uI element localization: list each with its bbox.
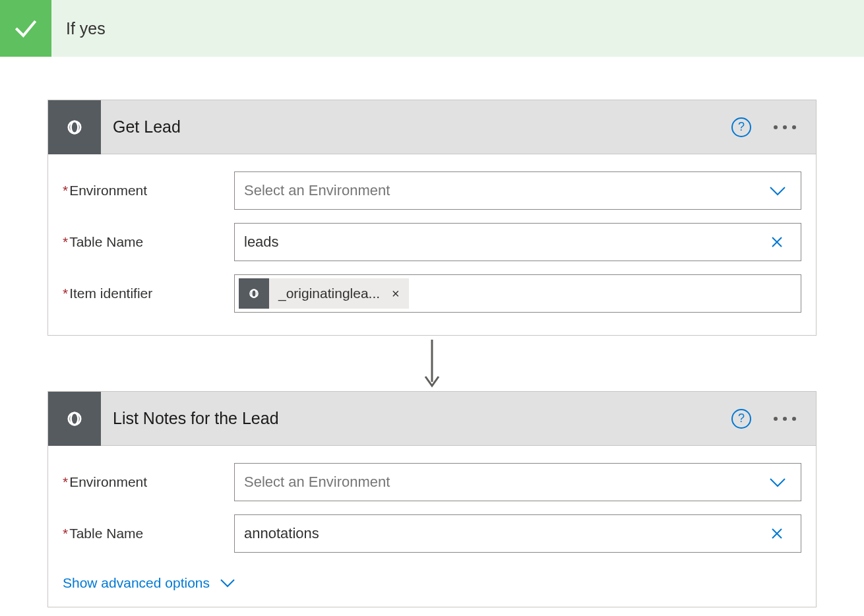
table-name-input[interactable]: leads [234,223,801,261]
item-identifier-input[interactable]: _originatinglea... × [234,274,801,313]
action-card-list-notes: List Notes for the Lead ? *Environment S… [47,391,817,607]
show-advanced-options-toggle[interactable]: Show advanced options [48,559,816,591]
environment-dropdown[interactable]: Select an Environment [234,463,801,501]
action-title: List Notes for the Lead [101,409,731,428]
table-name-label: *Table Name [63,526,234,541]
chevron-down-icon [219,577,236,589]
branch-title: If yes [51,19,106,38]
clear-input-icon[interactable] [769,526,785,541]
action-card-get-lead: Get Lead ? *Environment Select an Enviro… [47,100,817,336]
more-menu-icon[interactable] [774,410,796,427]
dataverse-connector-icon [239,278,269,309]
flow-connector-arrow [47,336,817,391]
dynamic-content-token[interactable]: _originatinglea... × [239,278,409,309]
dataverse-connector-icon [48,392,101,446]
action-title: Get Lead [101,117,731,137]
environment-label: *Environment [63,183,234,199]
token-remove-icon[interactable]: × [392,286,400,301]
help-icon[interactable]: ? [731,409,751,429]
help-icon[interactable]: ? [731,117,751,137]
clear-input-icon[interactable] [769,234,785,250]
action-header[interactable]: List Notes for the Lead ? [48,392,816,446]
chevron-down-icon [768,184,787,197]
item-identifier-label: *Item identifier [63,286,234,301]
table-name-input[interactable]: annotations [234,514,801,553]
dataverse-connector-icon [48,100,101,154]
table-name-label: *Table Name [63,234,234,250]
chevron-down-icon [768,476,787,489]
check-icon [0,0,51,57]
flow-canvas: Get Lead ? *Environment Select an Enviro… [0,57,864,616]
action-header[interactable]: Get Lead ? [48,100,816,154]
condition-branch-header[interactable]: If yes [0,0,864,57]
more-menu-icon[interactable] [774,119,796,136]
environment-label: *Environment [63,474,234,490]
environment-dropdown[interactable]: Select an Environment [234,171,801,210]
